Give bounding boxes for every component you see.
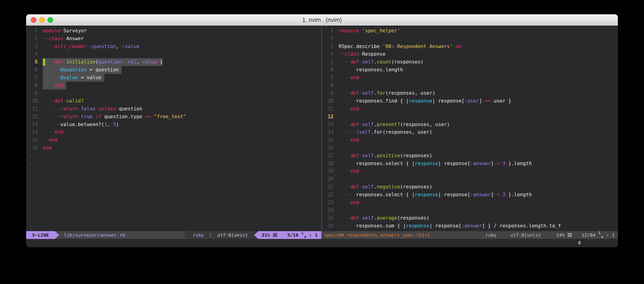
whitespace-dot: · <box>403 98 406 104</box>
code-token: Answer <box>66 36 84 41</box>
code-token: } <box>508 98 511 104</box>
code-token: def <box>350 215 359 221</box>
window-titlebar[interactable]: 1. nvim . (nvim) <box>26 14 618 26</box>
code-text: ······!self.for(responses,·user) <box>339 129 432 135</box>
code-token: , <box>107 122 110 127</box>
line-number: 2 <box>26 35 38 43</box>
whitespace-dot: ······ <box>43 122 60 127</box>
code-line: 9····def·self.for(responses,·user) <box>322 89 618 97</box>
code-token: responses.select <box>356 192 403 197</box>
line-number: 12 <box>322 113 334 121</box>
code-token: = <box>81 75 84 80</box>
whitespace-dot: · <box>432 223 435 229</box>
code-token: self <box>362 153 374 158</box>
code-token: . <box>374 90 377 96</box>
whitespace-dot: ······ <box>43 75 60 80</box>
code-text: ······return·true·if·question.type·==·"f… <box>43 114 186 119</box>
editor-pane-right: 1require·'spec_helper'23RSpec.describe·'… <box>322 26 618 239</box>
whitespace-dot: ···· <box>339 122 350 127</box>
code-text: ······responses.length <box>339 67 403 73</box>
code-text: require·'spec_helper' <box>339 28 400 33</box>
code-token: (responses) <box>392 59 424 65</box>
whitespace-dot: ···· <box>43 83 54 88</box>
code-area-left[interactable]: 1module·Surveyor2··class·Answer3····attr… <box>26 26 321 231</box>
code-line: 22······responses.select·{·|response|·re… <box>322 191 618 199</box>
whitespace-dot: · <box>87 67 90 73</box>
code-token: @value <box>60 75 78 80</box>
whitespace-dot: · <box>441 161 444 166</box>
code-token: Response <box>362 51 386 57</box>
code-token: self <box>362 215 374 221</box>
code-line: 11····end <box>322 105 618 113</box>
code-line: 10····def·valid? <box>26 97 321 105</box>
code-text: ····end <box>339 168 359 174</box>
code-line: 7······@value·=·value <box>26 74 321 82</box>
code-line: 24 <box>322 206 618 214</box>
code-token: :user <box>464 98 479 104</box>
code-token: | <box>403 223 406 229</box>
whitespace-dot: · <box>500 192 503 197</box>
code-token: '00: <box>382 44 394 49</box>
filetype-right: ruby <box>485 231 496 239</box>
code-token: response <box>415 161 438 166</box>
whitespace-dot: · <box>506 161 508 166</box>
code-text: ····attr_reader·:question,·:value <box>43 44 139 49</box>
line-number: 21 <box>322 183 334 191</box>
code-token: | <box>429 223 432 229</box>
code-token: def <box>350 90 359 96</box>
code-token: | <box>438 192 441 197</box>
scroll-percent-left: 31% <box>262 232 270 238</box>
line-number: 1 <box>322 27 334 35</box>
code-token: response <box>409 98 432 104</box>
code-token: / <box>494 223 497 229</box>
line-number: 17 <box>322 152 334 160</box>
whitespace-dot: ······ <box>339 192 356 197</box>
whitespace-dot: · <box>426 44 429 49</box>
code-text: module·Surveyor <box>43 28 87 33</box>
code-line: 11······return·false·unless·question <box>26 105 321 113</box>
code-text: ····def·self.present?(responses,·user) <box>339 122 450 127</box>
code-token: | <box>412 161 415 166</box>
whitespace-dot: · <box>359 51 362 57</box>
cursor-position-right: 12/84 <box>582 232 596 238</box>
whitespace-dot: ······ <box>339 223 356 229</box>
code-token: self <box>362 59 374 65</box>
code-token: == <box>485 98 491 104</box>
line-number: 5 <box>26 58 38 66</box>
code-token: responses.length.to_f <box>500 223 561 229</box>
code-token: user <box>494 98 506 104</box>
colon-separator: : <box>606 232 609 238</box>
whitespace-dot: · <box>78 106 81 112</box>
whitespace-dot: ···· <box>339 168 350 174</box>
empty-line-tilde: ~ <box>26 222 321 230</box>
whitespace-dot: · <box>494 192 497 197</box>
code-token: @question <box>60 67 87 73</box>
line-number: 5 <box>322 58 334 66</box>
line-number-icon: LN <box>302 232 306 238</box>
empty-line-tilde: ~ <box>26 214 321 222</box>
code-token: :answer <box>470 161 491 166</box>
code-token: self <box>362 184 374 190</box>
code-token: count <box>376 59 391 65</box>
code-text: ····def·initialize(question:·nil,·value:… <box>43 59 163 65</box>
code-token: ] <box>491 192 494 197</box>
code-token: def <box>54 59 64 65</box>
code-text: ····def·self.for(responses,·user) <box>339 90 435 96</box>
code-token: value <box>87 75 101 80</box>
code-token: | <box>412 192 415 197</box>
code-token: end <box>350 168 359 174</box>
code-area-right[interactable]: 1require·'spec_helper'23RSpec.describe·'… <box>322 26 618 231</box>
line-number: 10 <box>26 97 38 105</box>
code-token: ] <box>482 223 485 229</box>
code-line: 1require·'spec_helper' <box>322 27 618 35</box>
line-number: 24 <box>322 206 334 214</box>
code-token: average <box>376 215 397 221</box>
code-token: (responses) <box>397 215 429 221</box>
code-text: ······@value·=·value <box>43 75 101 80</box>
empty-line-tilde: ~ <box>26 167 321 175</box>
code-token: question.type <box>104 114 142 119</box>
line-number: 3 <box>26 43 38 51</box>
encoding-right: utf-8[unix] <box>510 231 541 239</box>
statusline-active: V-LINE lib/surveyor/answer.rb ruby utf-8… <box>26 231 321 239</box>
code-text: ····end <box>43 129 64 135</box>
